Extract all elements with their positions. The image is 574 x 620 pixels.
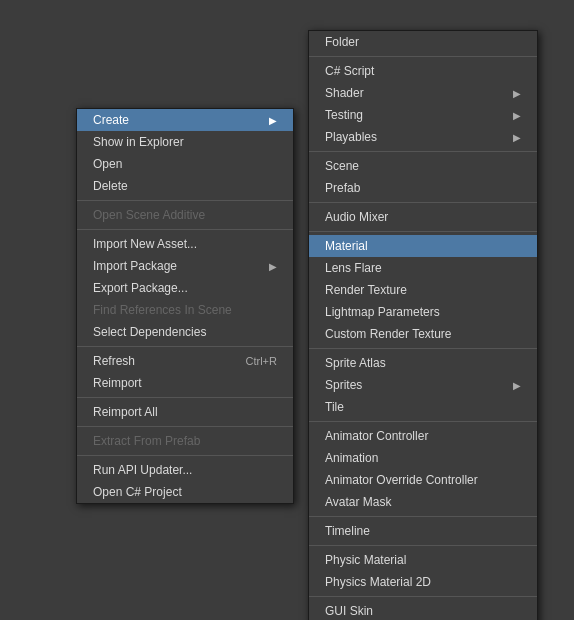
menu-item-label: Testing (325, 108, 363, 122)
submenu-arrow-icon: ▶ (513, 380, 521, 391)
menu-item-run-api-updater[interactable]: Run API Updater... (77, 459, 293, 481)
submenu-arrow-icon: ▶ (513, 110, 521, 121)
menu-separator (309, 56, 537, 57)
menu-item-animation[interactable]: Animation (309, 447, 537, 469)
menu-item-import-package[interactable]: Import Package▶ (77, 255, 293, 277)
menu-item-label: Show in Explorer (93, 135, 184, 149)
menu-item-shortcut: Ctrl+R (246, 355, 277, 367)
menu-item-sprites[interactable]: Sprites▶ (309, 374, 537, 396)
menu-separator (309, 231, 537, 232)
menu-item-export-package[interactable]: Export Package... (77, 277, 293, 299)
context-menu-left: Create▶Show in ExplorerOpenDeleteOpen Sc… (76, 108, 294, 504)
menu-item-open-csharp-project[interactable]: Open C# Project (77, 481, 293, 503)
menu-item-label: Physics Material 2D (325, 575, 431, 589)
menu-item-open[interactable]: Open (77, 153, 293, 175)
menu-separator (77, 455, 293, 456)
menu-item-label: Timeline (325, 524, 370, 538)
menu-item-label: Refresh (93, 354, 135, 368)
menu-item-shader[interactable]: Shader▶ (309, 82, 537, 104)
menu-item-label: Extract From Prefab (93, 434, 200, 448)
menu-item-label: Run API Updater... (93, 463, 192, 477)
menu-item-scene[interactable]: Scene (309, 155, 537, 177)
menu-separator (77, 426, 293, 427)
menu-item-physics-material-2d[interactable]: Physics Material 2D (309, 571, 537, 593)
menu-item-tile[interactable]: Tile (309, 396, 537, 418)
menu-item-sprite-atlas[interactable]: Sprite Atlas (309, 352, 537, 374)
menu-item-extract-from-prefab: Extract From Prefab (77, 430, 293, 452)
menu-item-lens-flare[interactable]: Lens Flare (309, 257, 537, 279)
submenu-arrow-icon: ▶ (269, 115, 277, 126)
menu-item-label: Export Package... (93, 281, 188, 295)
menu-item-open-scene-additive: Open Scene Additive (77, 204, 293, 226)
menu-item-label: Material (325, 239, 368, 253)
menu-item-label: Sprite Atlas (325, 356, 386, 370)
menu-item-label: Reimport All (93, 405, 158, 419)
menu-separator (77, 397, 293, 398)
menu-item-label: GUI Skin (325, 604, 373, 618)
menu-item-label: Lens Flare (325, 261, 382, 275)
menu-item-label: Reimport (93, 376, 142, 390)
menu-item-refresh[interactable]: RefreshCtrl+R (77, 350, 293, 372)
menu-item-material[interactable]: Material (309, 235, 537, 257)
menu-item-label: Delete (93, 179, 128, 193)
menu-item-label: Animator Controller (325, 429, 428, 443)
menu-item-label: Open C# Project (93, 485, 182, 499)
menu-item-label: Avatar Mask (325, 495, 391, 509)
menu-item-animator-controller[interactable]: Animator Controller (309, 425, 537, 447)
menu-item-custom-render-texture[interactable]: Custom Render Texture (309, 323, 537, 345)
menu-item-find-references: Find References In Scene (77, 299, 293, 321)
menu-separator (309, 421, 537, 422)
menu-item-render-texture[interactable]: Render Texture (309, 279, 537, 301)
menu-item-label: Audio Mixer (325, 210, 388, 224)
menu-item-delete[interactable]: Delete (77, 175, 293, 197)
menu-item-import-new-asset[interactable]: Import New Asset... (77, 233, 293, 255)
menu-item-label: Select Dependencies (93, 325, 206, 339)
menu-item-playables[interactable]: Playables▶ (309, 126, 537, 148)
menu-item-label: Import Package (93, 259, 177, 273)
menu-item-label: C# Script (325, 64, 374, 78)
menu-item-physic-material[interactable]: Physic Material (309, 549, 537, 571)
submenu-arrow-icon: ▶ (269, 261, 277, 272)
menu-item-audio-mixer[interactable]: Audio Mixer (309, 206, 537, 228)
menu-item-testing[interactable]: Testing▶ (309, 104, 537, 126)
menu-item-lightmap-parameters[interactable]: Lightmap Parameters (309, 301, 537, 323)
menu-item-select-dependencies[interactable]: Select Dependencies (77, 321, 293, 343)
menu-item-show-in-explorer[interactable]: Show in Explorer (77, 131, 293, 153)
menu-item-gui-skin[interactable]: GUI Skin (309, 600, 537, 620)
submenu-arrow-icon: ▶ (513, 88, 521, 99)
menu-separator (309, 348, 537, 349)
menu-item-prefab[interactable]: Prefab (309, 177, 537, 199)
menu-separator (309, 516, 537, 517)
menu-item-label: Sprites (325, 378, 362, 392)
menu-separator (309, 545, 537, 546)
menu-item-create[interactable]: Create▶ (77, 109, 293, 131)
menu-separator (77, 200, 293, 201)
menu-item-reimport-all[interactable]: Reimport All (77, 401, 293, 423)
menu-separator (77, 229, 293, 230)
menu-item-avatar-mask[interactable]: Avatar Mask (309, 491, 537, 513)
menu-item-label: Animation (325, 451, 378, 465)
menu-separator (77, 346, 293, 347)
menu-item-folder[interactable]: Folder (309, 31, 537, 53)
menu-item-label: Scene (325, 159, 359, 173)
menu-item-label: Animator Override Controller (325, 473, 478, 487)
menu-item-label: Shader (325, 86, 364, 100)
menu-separator (309, 202, 537, 203)
menu-item-label: Import New Asset... (93, 237, 197, 251)
menu-item-label: Prefab (325, 181, 360, 195)
menu-item-label: Find References In Scene (93, 303, 232, 317)
menu-separator (309, 151, 537, 152)
menu-item-animator-override-controller[interactable]: Animator Override Controller (309, 469, 537, 491)
menu-item-csharp-script[interactable]: C# Script (309, 60, 537, 82)
menu-item-label: Playables (325, 130, 377, 144)
menu-item-label: Physic Material (325, 553, 406, 567)
menu-item-reimport[interactable]: Reimport (77, 372, 293, 394)
menu-item-label: Lightmap Parameters (325, 305, 440, 319)
menu-item-label: Open (93, 157, 122, 171)
submenu-arrow-icon: ▶ (513, 132, 521, 143)
menu-item-label: Create (93, 113, 129, 127)
menu-item-timeline[interactable]: Timeline (309, 520, 537, 542)
menu-item-label: Tile (325, 400, 344, 414)
menu-item-label: Render Texture (325, 283, 407, 297)
context-menu-right: FolderC# ScriptShader▶Testing▶Playables▶… (308, 30, 538, 620)
